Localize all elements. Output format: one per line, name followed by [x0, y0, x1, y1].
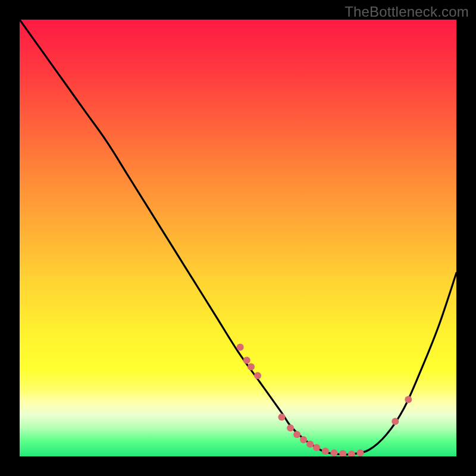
- highlight-point: [248, 364, 255, 371]
- highlight-point: [278, 414, 285, 421]
- highlight-point: [322, 447, 329, 455]
- highlight-point: [254, 372, 261, 379]
- highlight-point: [237, 344, 244, 351]
- highlight-points: [237, 344, 412, 457]
- highlight-point: [287, 424, 294, 431]
- highlight-point: [339, 450, 346, 456]
- watermark-text: TheBottleneck.com: [345, 4, 469, 20]
- highlight-point: [392, 418, 399, 425]
- highlight-point: [293, 431, 300, 438]
- chart-frame: [20, 20, 456, 456]
- chart-plot: [20, 20, 456, 456]
- highlight-point: [330, 449, 337, 456]
- highlight-point: [357, 449, 364, 456]
- highlight-point: [306, 440, 314, 447]
- highlight-point: [300, 436, 307, 443]
- highlight-point: [243, 357, 250, 364]
- highlight-point: [313, 444, 320, 451]
- highlight-point: [348, 450, 355, 456]
- bottleneck-curve: [20, 20, 456, 455]
- highlight-point: [405, 396, 412, 403]
